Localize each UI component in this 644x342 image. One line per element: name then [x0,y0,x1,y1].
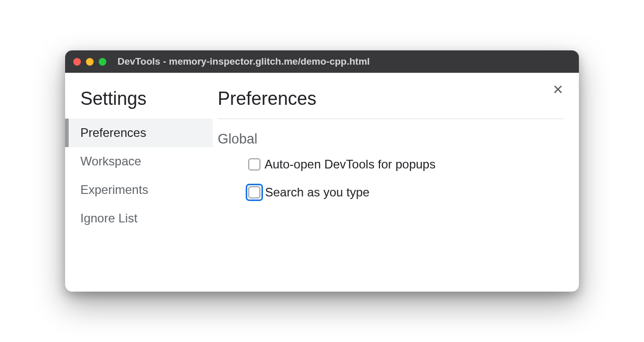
option-label: Search as you type [265,185,369,200]
sidebar-item-label: Workspace [80,154,141,168]
checkbox-wrapper-focused [246,184,263,201]
main-title: Preferences [218,88,564,119]
traffic-lights [73,58,106,66]
checkbox-search-as-you-type[interactable] [248,186,260,198]
window-title: DevTools - memory-inspector.glitch.me/de… [118,56,370,67]
main-panel: Preferences Global Auto-open DevTools fo… [213,73,579,292]
sidebar: Settings Preferences Workspace Experimen… [65,73,213,292]
sidebar-item-label: Preferences [80,126,146,139]
sidebar-item-ignore-list[interactable]: Ignore List [65,204,213,233]
sidebar-title: Settings [65,88,213,119]
close-icon[interactable]: ✕ [552,83,564,96]
window-maximize-button[interactable] [99,58,106,66]
titlebar: DevTools - memory-inspector.glitch.me/de… [65,50,579,73]
window-minimize-button[interactable] [86,58,94,66]
option-search-as-you-type[interactable]: Search as you type [218,184,564,201]
sidebar-item-workspace[interactable]: Workspace [65,147,213,176]
section-title: Global [218,131,564,147]
sidebar-item-label: Ignore List [80,211,137,225]
sidebar-item-label: Experiments [80,183,148,196]
checkbox-wrapper [248,158,265,170]
content: ✕ Settings Preferences Workspace Experim… [65,73,579,292]
checkbox-auto-open[interactable] [248,158,260,170]
option-label: Auto-open DevTools for popups [265,157,435,172]
devtools-window: DevTools - memory-inspector.glitch.me/de… [65,50,579,292]
window-close-button[interactable] [73,58,81,66]
sidebar-item-experiments[interactable]: Experiments [65,176,213,204]
option-auto-open-devtools[interactable]: Auto-open DevTools for popups [218,157,564,172]
sidebar-item-preferences[interactable]: Preferences [65,119,213,147]
